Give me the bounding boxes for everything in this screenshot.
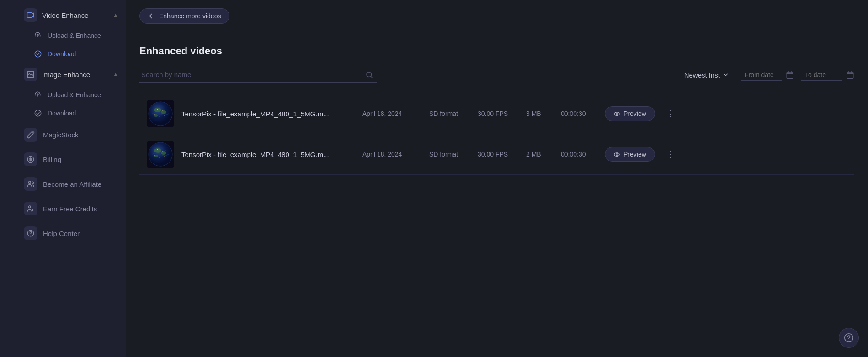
- chevron-up-icon-2: ▲: [113, 71, 118, 78]
- table-row: TensorPix - file_example_MP4_480_1_5MG.m…: [139, 94, 854, 134]
- enhance-more-videos-button[interactable]: Enhance more videos: [139, 8, 229, 24]
- video-duration: 00:00:30: [561, 151, 597, 158]
- sidebar-item-image-enhance[interactable]: Image Enhance ▲: [0, 63, 126, 86]
- topbar: Enhance more videos: [126, 0, 868, 32]
- video-fps: 30.00 FPS: [478, 151, 519, 158]
- video-enhance-icon-badge: [24, 8, 37, 22]
- sidebar-label-image-enhance: Image Enhance: [42, 71, 90, 79]
- table-row: TensorPix - file_example_MP4_480_1_5MG.m…: [139, 134, 854, 175]
- sidebar-label-credits: Earn Free Credits: [43, 205, 97, 213]
- video-fps: 30.00 FPS: [478, 110, 519, 117]
- svg-point-36: [159, 157, 159, 158]
- sidebar-item-video-enhance[interactable]: Video Enhance ▲: [0, 4, 126, 26]
- svg-point-7: [32, 182, 34, 184]
- main-area: Enhance more videos Enhanced videos Newe…: [126, 0, 868, 357]
- sidebar-item-affiliate[interactable]: Become an Affiliate: [0, 172, 126, 196]
- svg-point-19: [157, 109, 158, 110]
- calendar-icon-to[interactable]: [846, 71, 854, 79]
- arrow-left-icon: [148, 12, 155, 20]
- preview-button-2[interactable]: Preview: [605, 147, 655, 162]
- earth-thumbnail: [148, 101, 173, 126]
- svg-point-25: [614, 112, 619, 116]
- svg-point-20: [162, 110, 163, 111]
- video-thumbnail: [147, 100, 174, 127]
- svg-point-33: [162, 151, 163, 152]
- circle-check-icon-2: [33, 108, 43, 118]
- video-name: TensorPix - file_example_MP4_480_1_5MG.m…: [181, 151, 355, 158]
- video-format: SD format: [429, 151, 470, 158]
- image-enhance-icon-badge: [24, 68, 37, 81]
- help-icon-badge: [24, 226, 37, 240]
- sidebar-section-image: Image Enhance ▲ Upload & Enhance Downloa…: [0, 63, 126, 122]
- svg-point-30: [154, 155, 158, 158]
- video-name: TensorPix - file_example_MP4_480_1_5MG.m…: [181, 110, 355, 118]
- svg-point-32: [157, 149, 158, 150]
- credits-icon-badge: [24, 202, 37, 215]
- video-date: April 18, 2024: [362, 151, 422, 158]
- video-thumbnail: [147, 141, 174, 168]
- search-box: [139, 67, 377, 83]
- svg-point-10: [30, 235, 31, 235]
- svg-point-21: [154, 114, 155, 115]
- video-duration: 00:00:30: [561, 110, 597, 117]
- help-fab-icon: [844, 333, 854, 343]
- help-fab-button[interactable]: [839, 328, 859, 348]
- svg-point-35: [164, 156, 165, 157]
- svg-rect-13: [847, 72, 853, 79]
- svg-point-1: [35, 51, 41, 57]
- dollar-icon-badge: [24, 152, 37, 166]
- circle-check-icon: [33, 49, 43, 59]
- date-filter-to: [801, 69, 854, 81]
- video-size: 3 MB: [526, 110, 554, 117]
- sidebar-item-image-upload[interactable]: Upload & Enhance: [0, 86, 126, 104]
- to-date-input[interactable]: [801, 69, 842, 81]
- sidebar-item-video-upload[interactable]: Upload & Enhance: [0, 26, 126, 45]
- sort-label: Newest first: [684, 71, 720, 79]
- svg-point-8: [29, 206, 31, 208]
- wand-icon-badge: [24, 128, 37, 142]
- video-table: TensorPix - file_example_MP4_480_1_5MG.m…: [139, 94, 854, 175]
- enhance-more-label: Enhance more videos: [159, 12, 221, 20]
- svg-point-28: [154, 148, 161, 153]
- sidebar-label-video-upload: Upload & Enhance: [48, 32, 101, 39]
- earth-thumbnail-2: [148, 142, 173, 167]
- eye-icon: [613, 110, 620, 117]
- sidebar-section-video: Video Enhance ▲ Upload & Enhance Downloa…: [0, 4, 126, 63]
- affiliate-icon-badge: [24, 177, 37, 191]
- video-icon: [27, 11, 35, 19]
- search-input[interactable]: [139, 67, 377, 83]
- more-options-button-2[interactable]: ⋮: [662, 147, 678, 161]
- video-date: April 18, 2024: [362, 110, 422, 117]
- sidebar-label-help: Help Center: [43, 230, 80, 237]
- sidebar-item-credits[interactable]: Earn Free Credits: [0, 196, 126, 221]
- sidebar-item-magicstock[interactable]: MagicStock: [0, 122, 126, 147]
- svg-point-26: [616, 113, 618, 115]
- sidebar-label-billing: Billing: [43, 156, 61, 163]
- sidebar-label-video-enhance: Video Enhance: [42, 11, 88, 19]
- image-icon: [27, 70, 35, 79]
- eye-icon-2: [613, 151, 620, 158]
- video-format: SD format: [429, 110, 470, 117]
- preview-label-2: Preview: [623, 151, 646, 158]
- preview-button[interactable]: Preview: [605, 106, 655, 121]
- page-title: Enhanced videos: [139, 45, 854, 57]
- svg-point-39: [616, 153, 618, 155]
- sidebar-item-billing[interactable]: Billing: [0, 147, 126, 172]
- from-date-input[interactable]: [741, 69, 782, 81]
- calendar-icon-from[interactable]: [786, 71, 794, 79]
- sidebar-label-video-download: Download: [48, 50, 76, 58]
- sidebar-item-help[interactable]: Help Center: [0, 221, 126, 246]
- svg-point-16: [161, 110, 166, 114]
- sidebar-item-image-download[interactable]: Download: [0, 104, 126, 122]
- svg-point-15: [154, 108, 161, 112]
- dollar-icon: [27, 155, 35, 163]
- content-area: Enhanced videos Newest first: [126, 32, 868, 357]
- sidebar-item-video-download[interactable]: Download: [0, 45, 126, 63]
- cloud-upload-icon: [33, 31, 43, 41]
- sort-dropdown[interactable]: Newest first: [680, 68, 734, 82]
- svg-point-24: [165, 110, 166, 110]
- svg-point-6: [29, 181, 31, 184]
- svg-point-23: [159, 116, 159, 117]
- more-options-button[interactable]: ⋮: [662, 107, 678, 121]
- svg-point-37: [165, 150, 166, 151]
